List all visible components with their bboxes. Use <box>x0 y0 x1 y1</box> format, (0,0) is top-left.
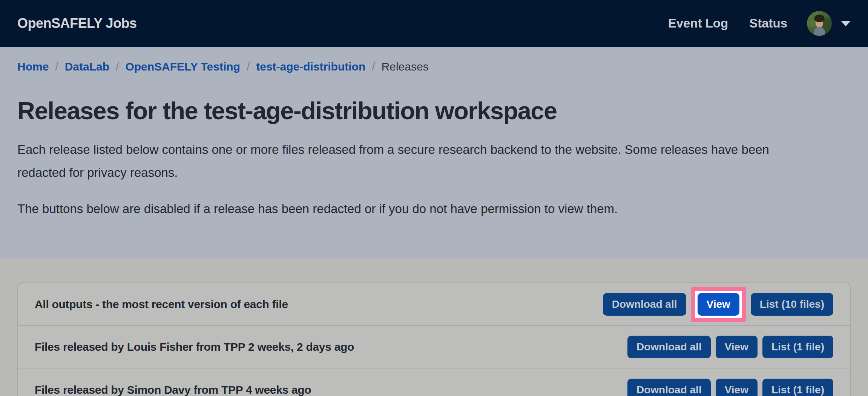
caret-down-icon <box>841 21 851 26</box>
download-all-button[interactable]: Download all <box>627 379 711 396</box>
nav-event-log[interactable]: Event Log <box>668 16 728 31</box>
app-title[interactable]: OpenSAFELY Jobs <box>17 15 137 31</box>
user-menu[interactable] <box>807 11 851 36</box>
intro-paragraph: Each release listed below contains one o… <box>17 138 787 184</box>
list-files-button[interactable]: List (1 file) <box>762 336 833 358</box>
view-button[interactable]: View <box>698 293 739 316</box>
breadcrumb-workspace[interactable]: test-age-distribution <box>256 60 365 73</box>
download-all-button[interactable]: Download all <box>603 293 686 316</box>
top-nav-bar: OpenSAFELY Jobs Event Log Status <box>0 0 868 47</box>
download-all-button[interactable]: Download all <box>627 336 711 358</box>
breadcrumb: Home / DataLab / OpenSAFELY Testing / te… <box>17 60 851 73</box>
breadcrumb-home[interactable]: Home <box>17 60 49 73</box>
breadcrumb-opensafely-testing[interactable]: OpenSAFELY Testing <box>125 60 240 73</box>
view-button[interactable]: View <box>716 336 758 358</box>
target-highlight-annotation: View <box>691 287 746 322</box>
release-row-title: Files released by Simon Davy from TPP 4 … <box>35 384 311 396</box>
release-row-all-outputs: All outputs - the most recent version of… <box>18 283 850 326</box>
breadcrumb-separator: / <box>247 60 250 73</box>
breadcrumb-separator: / <box>116 60 119 73</box>
list-files-button[interactable]: List (1 file) <box>762 379 833 396</box>
releases-section: All outputs - the most recent version of… <box>0 258 868 396</box>
view-button[interactable]: View <box>716 379 758 396</box>
nav-status[interactable]: Status <box>749 16 787 31</box>
user-avatar[interactable] <box>807 11 832 36</box>
release-actions: Download all View List (10 files) <box>603 287 833 322</box>
breadcrumb-separator: / <box>55 60 58 73</box>
breadcrumb-separator: / <box>372 60 375 73</box>
releases-card: All outputs - the most recent version of… <box>17 282 851 396</box>
disabled-buttons-note: The buttons below are disabled if a rele… <box>17 198 787 221</box>
list-files-button[interactable]: List (10 files) <box>751 293 833 316</box>
hero-section: Home / DataLab / OpenSAFELY Testing / te… <box>0 47 868 258</box>
breadcrumb-current-page: Releases <box>382 60 429 73</box>
release-row-louis-fisher: Files released by Louis Fisher from TPP … <box>18 326 850 368</box>
release-actions: Download all View List (1 file) <box>627 379 833 396</box>
page-title: Releases for the test-age-distribution w… <box>17 97 851 125</box>
release-actions: Download all View List (1 file) <box>627 336 833 358</box>
breadcrumb-datalab[interactable]: DataLab <box>65 60 109 73</box>
release-row-simon-davy: Files released by Simon Davy from TPP 4 … <box>18 368 850 396</box>
release-row-title: All outputs - the most recent version of… <box>35 298 288 311</box>
release-row-title: Files released by Louis Fisher from TPP … <box>35 341 354 353</box>
